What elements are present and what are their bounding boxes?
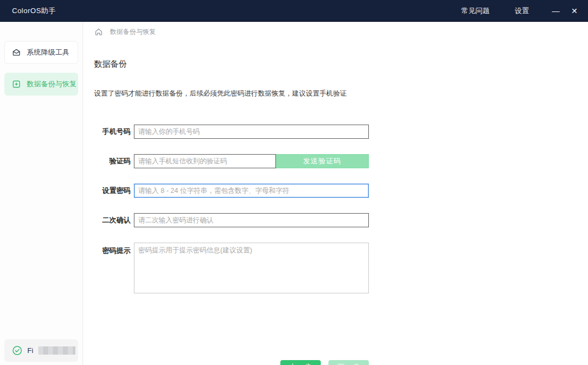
titlebar: ColorOS助手 常见问题 设置 — ✕ [0,0,588,22]
next-step-button[interactable]: 下一步 [328,360,369,365]
breadcrumb-label: 数据备份与恢复 [110,27,156,37]
page-description: 设置了密码才能进行数据备份，后续必须凭此密码进行数据恢复，建议设置手机验证 [94,89,347,98]
app-window: ColorOS助手 常见问题 设置 — ✕ 系统降级工具 数据备份与 [0,0,588,365]
password-hint-label: 密码提示 [94,243,134,256]
sidebar: 系统降级工具 数据备份与恢复 Fi [0,22,83,365]
phone-number-label: 手机号码 [94,127,134,137]
sidebar-item-system-downgrade[interactable]: 系统降级工具 [4,41,78,64]
verification-code-input[interactable] [134,154,276,168]
faq-menu-item[interactable]: 常见问题 [454,6,497,16]
page-title: 数据备份 [94,59,127,69]
main-content: 数据备份与恢复 数据备份 设置了密码才能进行数据备份，后续必须凭此密码进行数据恢… [84,22,588,365]
phone-number-row: 手机号码 [94,125,369,139]
check-circle-icon [12,345,22,356]
home-icon[interactable] [94,27,103,37]
connected-device-card: Fi [4,339,78,362]
settings-menu-item[interactable]: 设置 [507,6,537,16]
confirm-password-label: 二次确认 [94,215,134,225]
mail-icon [11,48,21,57]
breadcrumb: 数据备份与恢复 [94,27,156,37]
wizard-buttons: 上一步 下一步 [134,360,369,365]
sidebar-item-data-backup-restore[interactable]: 数据备份与恢复 [4,73,78,96]
set-password-label: 设置密码 [94,186,134,196]
send-code-button[interactable]: 发送验证码 [276,154,369,168]
minimize-button[interactable]: — [546,0,565,22]
previous-step-button[interactable]: 上一步 [280,360,321,365]
password-hint-row: 密码提示 [94,243,369,293]
set-password-row: 设置密码 [94,184,369,198]
close-button[interactable]: ✕ [565,0,584,22]
backup-icon [11,79,21,89]
verification-code-row: 验证码 发送验证码 [94,154,369,168]
confirm-password-row: 二次确认 [94,213,369,227]
device-name-visible: Fi [27,346,33,355]
confirm-password-input[interactable] [134,213,369,227]
password-hint-textarea[interactable] [134,243,369,293]
verification-code-label: 验证码 [94,156,134,166]
phone-number-input[interactable] [134,125,369,139]
device-name-censored [38,346,75,355]
app-title: ColorOS助手 [12,6,56,16]
sidebar-item-label: 系统降级工具 [27,48,69,57]
sidebar-item-label: 数据备份与恢复 [27,79,77,89]
set-password-input[interactable] [134,184,369,198]
